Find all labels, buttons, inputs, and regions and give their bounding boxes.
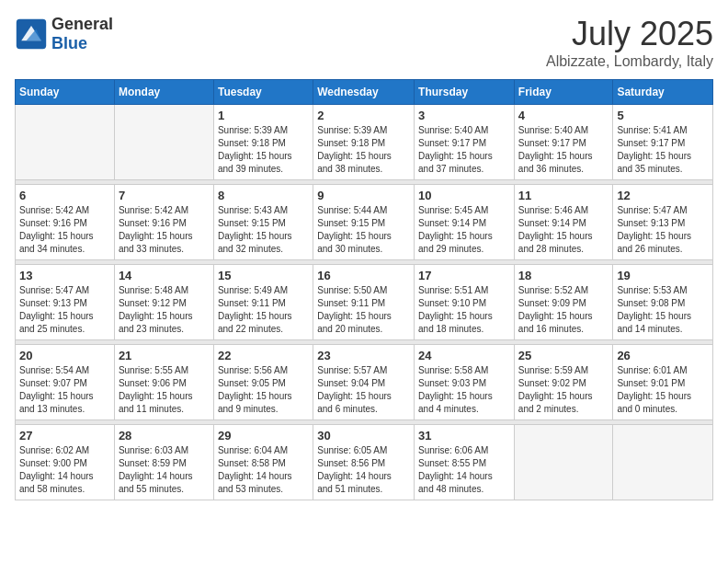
logo-general-text: General [51,15,113,34]
day-info: Sunrise: 5:46 AM Sunset: 9:14 PM Dayligh… [518,204,609,256]
month-title: July 2025 [546,15,713,53]
day-info: Sunrise: 5:42 AM Sunset: 9:16 PM Dayligh… [19,204,110,256]
day-info: Sunrise: 6:03 AM Sunset: 8:59 PM Dayligh… [119,444,210,496]
day-info: Sunrise: 5:50 AM Sunset: 9:11 PM Dayligh… [317,284,410,336]
calendar-week-3: 13Sunrise: 5:47 AM Sunset: 9:13 PM Dayli… [16,265,713,340]
weekday-header-monday: Monday [114,80,213,105]
day-number: 4 [518,109,609,122]
day-number: 14 [119,269,210,282]
calendar-cell [514,425,613,500]
title-block: July 2025 Albizzate, Lombardy, Italy [546,15,713,70]
day-info: Sunrise: 5:58 AM Sunset: 9:03 PM Dayligh… [418,364,510,416]
weekday-header-wednesday: Wednesday [313,80,415,105]
calendar-cell: 21Sunrise: 5:55 AM Sunset: 9:06 PM Dayli… [114,345,213,420]
calendar-cell: 22Sunrise: 5:56 AM Sunset: 9:05 PM Dayli… [213,345,313,420]
day-number: 3 [418,109,510,122]
calendar-cell: 15Sunrise: 5:49 AM Sunset: 9:11 PM Dayli… [213,265,313,340]
day-number: 13 [19,269,110,282]
day-number: 18 [518,269,609,282]
day-number: 23 [317,349,410,362]
day-number: 5 [617,109,709,122]
day-number: 30 [317,429,410,442]
calendar-week-4: 20Sunrise: 5:54 AM Sunset: 9:07 PM Dayli… [16,345,713,420]
day-info: Sunrise: 5:44 AM Sunset: 9:15 PM Dayligh… [317,204,410,256]
day-number: 29 [218,429,309,442]
calendar-cell [114,105,213,180]
calendar-cell: 26Sunrise: 6:01 AM Sunset: 9:01 PM Dayli… [613,345,713,420]
calendar-cell: 19Sunrise: 5:53 AM Sunset: 9:08 PM Dayli… [613,265,713,340]
day-info: Sunrise: 5:55 AM Sunset: 9:06 PM Dayligh… [119,364,210,416]
day-number: 2 [317,109,410,122]
day-number: 24 [418,349,510,362]
calendar-cell: 8Sunrise: 5:43 AM Sunset: 9:15 PM Daylig… [213,185,313,260]
day-number: 20 [19,349,110,362]
day-number: 8 [218,189,309,202]
day-info: Sunrise: 5:51 AM Sunset: 9:10 PM Dayligh… [418,284,510,336]
day-number: 27 [19,429,110,442]
calendar-cell: 29Sunrise: 6:04 AM Sunset: 8:58 PM Dayli… [213,425,313,500]
calendar-week-5: 27Sunrise: 6:02 AM Sunset: 9:00 PM Dayli… [16,425,713,500]
day-info: Sunrise: 5:53 AM Sunset: 9:08 PM Dayligh… [617,284,709,336]
day-info: Sunrise: 5:54 AM Sunset: 9:07 PM Dayligh… [19,364,110,416]
calendar-cell: 17Sunrise: 5:51 AM Sunset: 9:10 PM Dayli… [415,265,515,340]
day-info: Sunrise: 6:04 AM Sunset: 8:58 PM Dayligh… [218,444,309,496]
weekday-header-sunday: Sunday [16,80,115,105]
calendar-cell: 2Sunrise: 5:39 AM Sunset: 9:18 PM Daylig… [313,105,415,180]
day-info: Sunrise: 5:39 AM Sunset: 9:18 PM Dayligh… [218,124,309,176]
day-info: Sunrise: 5:41 AM Sunset: 9:17 PM Dayligh… [617,124,709,176]
calendar-cell: 24Sunrise: 5:58 AM Sunset: 9:03 PM Dayli… [415,345,515,420]
calendar-cell: 13Sunrise: 5:47 AM Sunset: 9:13 PM Dayli… [16,265,115,340]
day-number: 21 [119,349,210,362]
weekday-header-row: SundayMondayTuesdayWednesdayThursdayFrid… [16,80,713,105]
calendar-cell: 11Sunrise: 5:46 AM Sunset: 9:14 PM Dayli… [514,185,613,260]
calendar-cell: 3Sunrise: 5:40 AM Sunset: 9:17 PM Daylig… [415,105,515,180]
calendar-cell: 14Sunrise: 5:48 AM Sunset: 9:12 PM Dayli… [114,265,213,340]
day-number: 28 [119,429,210,442]
day-number: 10 [418,189,510,202]
day-number: 31 [418,429,510,442]
day-info: Sunrise: 6:05 AM Sunset: 8:56 PM Dayligh… [317,444,410,496]
day-number: 9 [317,189,410,202]
day-info: Sunrise: 5:56 AM Sunset: 9:05 PM Dayligh… [218,364,309,416]
location: Albizzate, Lombardy, Italy [546,53,713,70]
calendar-cell [16,105,115,180]
calendar-cell: 27Sunrise: 6:02 AM Sunset: 9:00 PM Dayli… [16,425,115,500]
day-number: 11 [518,189,609,202]
calendar-cell: 4Sunrise: 5:40 AM Sunset: 9:17 PM Daylig… [514,105,613,180]
calendar-cell: 7Sunrise: 5:42 AM Sunset: 9:16 PM Daylig… [114,185,213,260]
day-info: Sunrise: 5:40 AM Sunset: 9:17 PM Dayligh… [518,124,609,176]
calendar-week-1: 1Sunrise: 5:39 AM Sunset: 9:18 PM Daylig… [16,105,713,180]
weekday-header-friday: Friday [514,80,613,105]
page-header: General Blue July 2025 Albizzate, Lombar… [15,15,713,70]
day-info: Sunrise: 5:40 AM Sunset: 9:17 PM Dayligh… [418,124,510,176]
calendar-week-2: 6Sunrise: 5:42 AM Sunset: 9:16 PM Daylig… [16,185,713,260]
day-number: 22 [218,349,309,362]
calendar-cell: 30Sunrise: 6:05 AM Sunset: 8:56 PM Dayli… [313,425,415,500]
day-info: Sunrise: 5:48 AM Sunset: 9:12 PM Dayligh… [119,284,210,336]
day-info: Sunrise: 5:57 AM Sunset: 9:04 PM Dayligh… [317,364,410,416]
calendar-cell: 6Sunrise: 5:42 AM Sunset: 9:16 PM Daylig… [16,185,115,260]
day-info: Sunrise: 6:06 AM Sunset: 8:55 PM Dayligh… [418,444,510,496]
day-info: Sunrise: 5:52 AM Sunset: 9:09 PM Dayligh… [518,284,609,336]
calendar-cell: 10Sunrise: 5:45 AM Sunset: 9:14 PM Dayli… [415,185,515,260]
day-number: 6 [19,189,110,202]
weekday-header-thursday: Thursday [415,80,515,105]
day-number: 1 [218,109,309,122]
day-info: Sunrise: 6:02 AM Sunset: 9:00 PM Dayligh… [19,444,110,496]
logo-blue-text: Blue [51,34,113,53]
day-info: Sunrise: 5:47 AM Sunset: 9:13 PM Dayligh… [617,204,709,256]
calendar-table: SundayMondayTuesdayWednesdayThursdayFrid… [15,79,713,500]
day-number: 25 [518,349,609,362]
day-info: Sunrise: 5:45 AM Sunset: 9:14 PM Dayligh… [418,204,510,256]
calendar-cell: 31Sunrise: 6:06 AM Sunset: 8:55 PM Dayli… [415,425,515,500]
day-number: 19 [617,269,709,282]
day-info: Sunrise: 5:43 AM Sunset: 9:15 PM Dayligh… [218,204,309,256]
day-number: 7 [119,189,210,202]
day-info: Sunrise: 5:47 AM Sunset: 9:13 PM Dayligh… [19,284,110,336]
calendar-cell: 12Sunrise: 5:47 AM Sunset: 9:13 PM Dayli… [613,185,713,260]
day-number: 17 [418,269,510,282]
calendar-cell: 18Sunrise: 5:52 AM Sunset: 9:09 PM Dayli… [514,265,613,340]
weekday-header-tuesday: Tuesday [213,80,313,105]
calendar-cell: 1Sunrise: 5:39 AM Sunset: 9:18 PM Daylig… [213,105,313,180]
day-info: Sunrise: 5:59 AM Sunset: 9:02 PM Dayligh… [518,364,609,416]
